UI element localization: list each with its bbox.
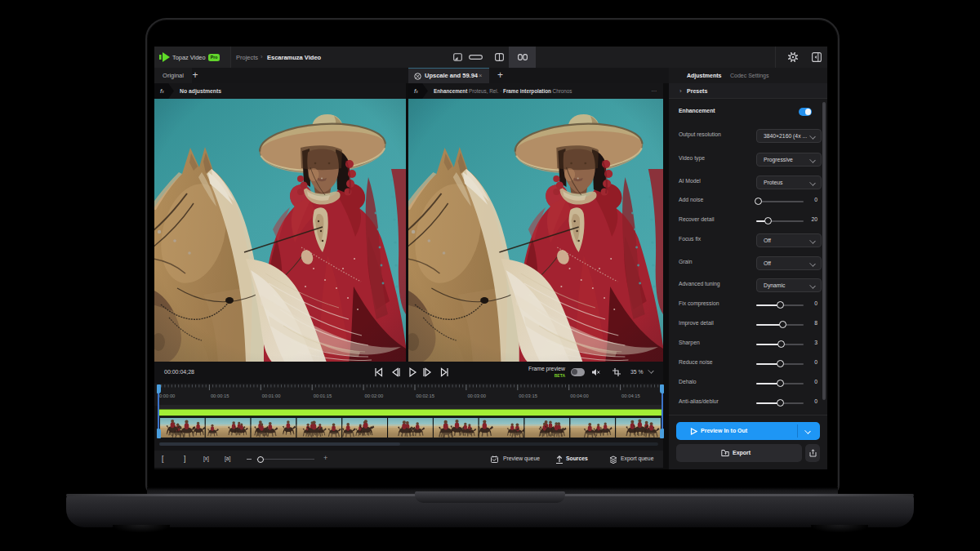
svg-text:00:03:15: 00:03:15: [519, 393, 537, 398]
svg-text:00:01:00: 00:01:00: [262, 393, 281, 398]
svg-text:00:04:15: 00:04:15: [621, 393, 640, 398]
svg-text:00:02:15: 00:02:15: [416, 393, 435, 398]
svg-text:00:02:00: 00:02:00: [365, 393, 384, 398]
svg-text:0:00:00: 0:00:00: [159, 393, 175, 398]
svg-text:00:00:15: 00:00:15: [211, 393, 229, 398]
svg-text:00:04:00: 00:04:00: [570, 393, 589, 398]
svg-text:00:01:15: 00:01:15: [314, 393, 332, 398]
svg-text:00:03:00: 00:03:00: [467, 393, 486, 398]
